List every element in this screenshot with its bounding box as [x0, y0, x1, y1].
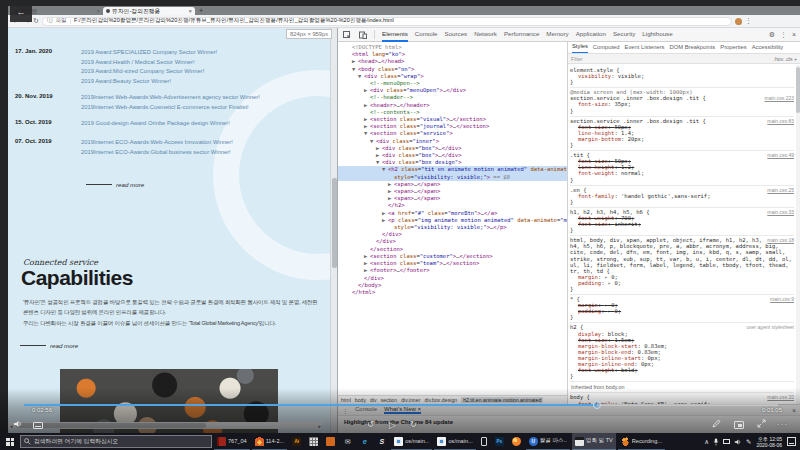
styles-scrollbar[interactable] — [796, 65, 800, 404]
dom-tree-line[interactable]: ▼<div class="inner"> — [338, 138, 567, 145]
devtools-tab-elements[interactable]: Elements — [382, 27, 408, 42]
player-progress-track[interactable] — [24, 404, 778, 406]
drawer-close-icon[interactable]: × — [792, 407, 796, 414]
dom-tree-line[interactable]: ▶<div class="menuOpen">…</div> — [338, 87, 567, 94]
drawer-tab-what-s-new[interactable]: What's New × — [384, 406, 421, 414]
styles-tab-styles[interactable]: Styles — [572, 42, 588, 54]
scroll-right-arrow[interactable]: ▸ — [318, 423, 321, 429]
taskbar-item[interactable]: ✉ — [340, 433, 355, 450]
dom-tree-line[interactable]: </div> — [338, 275, 567, 282]
dom-tree-line[interactable]: </body> — [338, 282, 567, 289]
taskbar-item-767-04[interactable]: 767_04 — [214, 433, 250, 450]
drawer-menu-icon[interactable]: ⋮ — [342, 407, 348, 414]
dom-tree-line[interactable]: ▶<a href="#" class="moreBtn">…</a> — [338, 210, 567, 217]
devtools-tab-memory[interactable]: Memory — [546, 27, 568, 42]
address-bar[interactable]: ⓘ 파일 | F:/온라인강의%20촬영본/온라인강의%20진행/유튜브_뮤자인… — [42, 17, 732, 26]
skip-forward-icon[interactable]: ↻ — [410, 419, 417, 431]
stylesheet-link[interactable]: main.css:83 — [767, 118, 794, 124]
breadcrumb-item[interactable]: div.box.design — [424, 397, 457, 403]
taskbar-search-box[interactable]: 검색하려면 여기에 입력하십시오 — [20, 435, 212, 448]
page-vertical-scrollbar[interactable] — [330, 28, 337, 433]
page-horizontal-scrollbar[interactable]: ◂ ▸ — [9, 422, 322, 429]
dom-tree-line[interactable]: </div> — [338, 231, 567, 238]
dom-tree-line[interactable]: ▶<header>…</header> — [338, 102, 567, 109]
styles-tab-properties[interactable]: Properties — [720, 42, 746, 53]
stylesheet-link[interactable]: main.css:25 — [767, 187, 794, 193]
filter-input[interactable]: Filter — [571, 56, 583, 62]
pen-icon[interactable]: ✎ — [746, 438, 751, 446]
taskbar-item-os-main-[interactable]: os/main... — [434, 433, 475, 450]
speaker-icon[interactable] — [734, 438, 742, 446]
taskbar-item-영화-및-tv[interactable]: 영화 및 TV — [572, 433, 616, 450]
tab-close-icon[interactable]: × — [96, 8, 100, 14]
fullscreen-icon[interactable] — [757, 419, 766, 428]
display-icon[interactable] — [723, 439, 730, 444]
stylesheet-link[interactable]: main.css:49 — [767, 152, 794, 158]
dom-tree-line[interactable]: ▶<span>…</span> — [338, 188, 567, 195]
dom-tree-line[interactable]: ▶<span>…</span> — [338, 195, 567, 202]
dom-tree-line[interactable]: ▼<h2 class="tit en animate motion animat… — [338, 166, 567, 173]
dom-tree-line[interactable]: <!--menuOpen--> — [338, 80, 567, 87]
breadcrumb-item[interactable]: div — [370, 397, 377, 403]
taskbar-clock[interactable]: 오후 12:05 2020-08-06 — [756, 436, 782, 448]
devtools-menu-icon[interactable]: ⋮ — [780, 31, 787, 39]
devtools-tab-lighthouse[interactable]: Lighthouse — [642, 27, 672, 42]
taskbar-item[interactable]: Ps — [492, 433, 507, 450]
reload-icon[interactable]: ↻ — [33, 16, 39, 26]
stylesheet-link[interactable]: main.css:20 — [767, 394, 794, 400]
rule-selector[interactable]: main.css:18html, body, div, span, applet… — [570, 237, 794, 274]
taskbar-item-짤골-마스-[interactable]: U짤골 마스.. — [526, 433, 570, 450]
h-scroll-thumb[interactable] — [16, 423, 206, 428]
dom-tree-line[interactable]: ▼<div class="wrap"> — [338, 73, 567, 80]
devtools-close-icon[interactable]: × — [792, 31, 796, 38]
breadcrumb-item[interactable]: div.inner — [401, 397, 420, 403]
taskbar-item[interactable] — [478, 433, 490, 450]
player-progress-handle[interactable] — [593, 401, 601, 409]
tray-chevron-icon[interactable]: ∧ — [704, 438, 709, 446]
pip-icon[interactable] — [734, 419, 744, 429]
skip-back-icon[interactable]: ↺ — [367, 419, 374, 431]
styles-scroll-thumb[interactable] — [796, 67, 800, 113]
dom-tree-line[interactable]: </div> — [338, 238, 567, 245]
dom-tree-line[interactable]: <!DOCTYPE html> — [338, 44, 567, 51]
taskbar-item[interactable] — [509, 433, 524, 450]
inspect-element-icon[interactable] — [342, 30, 351, 39]
taskbar-item[interactable]: e — [357, 433, 372, 450]
captions-icon[interactable] — [33, 419, 43, 429]
drawer-tab-console[interactable]: Console — [355, 406, 377, 414]
info-icon[interactable]: ⓘ — [47, 17, 53, 25]
dom-tree-line[interactable]: ▼<section class="service"> — [338, 130, 567, 137]
settings-gear-icon[interactable]: ⚙ — [769, 31, 775, 39]
styles-tab-dom-breakpoints[interactable]: DOM Breakpoints — [670, 42, 716, 53]
browser-menu-icon[interactable]: ⋮ — [745, 17, 752, 25]
dom-tree-line[interactable]: <!--contents--> — [338, 109, 567, 116]
breadcrumb-item[interactable]: body — [355, 397, 366, 403]
dom-tree-line[interactable]: ▼<body class="on"> — [338, 66, 567, 73]
devtools-tab-security[interactable]: Security — [613, 27, 635, 42]
styles-tab-accessibility[interactable]: Accessibility — [752, 42, 784, 53]
dom-tree-line[interactable]: style="visibility: visible;">…</p> — [338, 224, 567, 231]
player-back-button[interactable]: ← — [10, 2, 32, 22]
devtools-tab-application[interactable]: Application — [576, 27, 606, 42]
taskbar-item[interactable] — [323, 433, 338, 450]
device-toolbar-icon[interactable] — [358, 30, 367, 39]
new-tab-button[interactable]: + — [199, 7, 203, 15]
taskbar-item-os-main-[interactable]: os/main... — [391, 433, 432, 450]
tab-close-icon[interactable]: × — [188, 8, 192, 14]
taskbar-item-recording-[interactable]: Recording... — [618, 433, 665, 450]
dom-tree-line[interactable]: ▼<div class="box design"> — [338, 159, 567, 166]
breadcrumb-item[interactable]: h2.tit.en.animate.motion.animated — [461, 397, 543, 403]
action-center-icon[interactable] — [787, 437, 796, 446]
play-icon[interactable]: ▷ — [389, 419, 396, 431]
styles-filter-controls[interactable]: :hov .cls + — [774, 56, 798, 62]
read-more-link-bottom[interactable]: read more — [20, 342, 78, 349]
stylesheet-link[interactable]: main.css:9 — [770, 296, 794, 302]
dom-tree-line[interactable]: ▶<section class="customer">…</section> — [338, 253, 567, 260]
dom-tree-line[interactable]: <!--header--> — [338, 94, 567, 101]
dom-tree-line[interactable]: </h2> — [338, 202, 567, 209]
devtools-tab-performance[interactable]: Performance — [504, 27, 539, 42]
microphone-icon[interactable] — [713, 438, 719, 446]
dom-tree-line[interactable]: ▶<section class="visual">…</section> — [338, 116, 567, 123]
inherited-target[interactable]: body.on — [606, 384, 625, 390]
start-button[interactable] — [2, 433, 18, 450]
